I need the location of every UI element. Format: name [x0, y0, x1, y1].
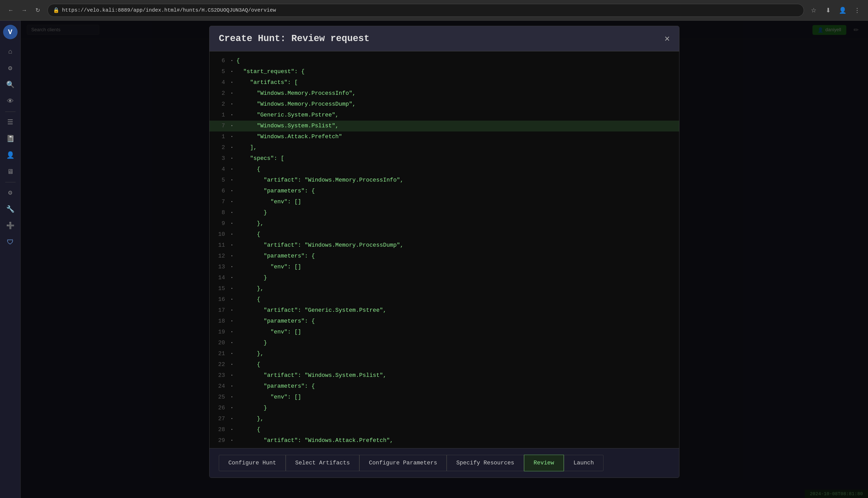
line-number: 25: [210, 392, 230, 403]
url-input[interactable]: [62, 7, 799, 13]
line-indicator: ·: [230, 110, 234, 121]
sidebar-item-server[interactable]: 🖥: [3, 165, 17, 179]
config-icon: ⚙: [8, 188, 12, 197]
forward-button[interactable]: →: [18, 5, 30, 16]
sidebar-divider-2: [5, 182, 15, 182]
sidebar-item-add[interactable]: ➕: [3, 219, 17, 233]
sidebar-item-home[interactable]: ⌂: [3, 44, 17, 59]
list-icon: ☰: [7, 118, 13, 126]
line-indicator: ·: [230, 359, 234, 370]
code-line: 2 · ],: [210, 142, 679, 153]
line-content: {: [234, 359, 679, 370]
line-number: 28: [210, 424, 230, 435]
app-wrapper: V ⌂ ⚙ 🔍 👁 ☰ 📓 👤 🖥 ⚙ 🔧: [0, 21, 868, 498]
code-line: 24 · "parameters": {: [210, 381, 679, 392]
line-number: 20: [210, 338, 230, 349]
line-indicator: ·: [230, 88, 234, 99]
logo-text: V: [8, 28, 12, 36]
wizard-step-specify-resources[interactable]: Specify Resources: [447, 455, 524, 471]
line-indicator: ·: [230, 121, 234, 131]
line-number: 21: [210, 349, 230, 359]
line-indicator: ·: [230, 283, 234, 294]
line-indicator: ·: [230, 370, 234, 381]
line-content: }: [234, 207, 679, 218]
browser-menu-icon[interactable]: ⋮: [852, 5, 863, 16]
refresh-button[interactable]: ↻: [32, 5, 43, 16]
line-content: {: [234, 424, 679, 435]
code-editor[interactable]: 6 · { 5 · "start_request": { 4 · "artifa…: [210, 51, 679, 448]
code-line: 6 · {: [210, 55, 679, 66]
line-number: 24: [210, 381, 230, 392]
line-content: }: [234, 403, 679, 414]
wizard-step-select-artifacts[interactable]: Select Artifacts: [286, 455, 359, 471]
line-content: "Windows.Memory.ProcessDump",: [234, 99, 679, 110]
code-line: 29 · "artifact": "Windows.Attack.Prefetc…: [210, 435, 679, 446]
line-content: },: [234, 218, 679, 229]
line-content: "parameters": {: [234, 381, 679, 392]
sidebar-item-list[interactable]: ☰: [3, 115, 17, 129]
modal-header: Create Hunt: Review request ×: [210, 26, 679, 51]
code-line: 6 · "parameters": {: [210, 186, 679, 197]
code-line: 28 · {: [210, 424, 679, 435]
code-line: 8 · }: [210, 207, 679, 218]
code-line: 5 · "artifact": "Windows.Memory.ProcessI…: [210, 175, 679, 186]
line-indicator: ·: [230, 207, 234, 218]
sidebar-item-monitor[interactable]: 👁: [3, 94, 17, 108]
wizard-step-configure-parameters[interactable]: Configure Parameters: [359, 455, 447, 471]
sidebar-item-notebook[interactable]: 📓: [3, 131, 17, 146]
code-line: 15 · },: [210, 283, 679, 294]
line-number: 14: [210, 273, 230, 283]
line-indicator: ·: [230, 197, 234, 207]
address-bar[interactable]: 🔒: [48, 4, 804, 17]
app-logo[interactable]: V: [3, 25, 17, 39]
line-indicator: ·: [230, 240, 234, 251]
wizard-step-configure-hunt[interactable]: Configure Hunt: [219, 455, 286, 471]
lock-icon: 🔒: [53, 7, 60, 13]
line-content: "env": []: [234, 197, 679, 207]
line-content: },: [234, 414, 679, 424]
code-line: 13 · "env": []: [210, 262, 679, 273]
line-number: 30: [210, 446, 230, 448]
line-indicator: ·: [230, 424, 234, 435]
sidebar-item-settings[interactable]: ⚙: [3, 61, 17, 76]
line-number: 10: [210, 229, 230, 240]
modal-close-button[interactable]: ×: [665, 34, 670, 43]
back-button[interactable]: ←: [5, 5, 16, 16]
sidebar-item-search[interactable]: 🔍: [3, 78, 17, 92]
wizard-step-launch[interactable]: Launch: [564, 455, 604, 471]
sidebar-item-user[interactable]: 👤: [3, 148, 17, 162]
line-number: 23: [210, 370, 230, 381]
line-number: 9: [210, 218, 230, 229]
line-number: 1: [210, 131, 230, 142]
line-indicator: ·: [230, 435, 234, 446]
line-number: 16: [210, 294, 230, 305]
download-icon[interactable]: ⬇: [823, 5, 834, 16]
line-number: 6: [210, 55, 230, 66]
line-content: "env": []: [234, 392, 679, 403]
line-number: 2: [210, 142, 230, 153]
sidebar-item-config[interactable]: ⚙: [3, 185, 17, 200]
sidebar-item-wrench[interactable]: 🔧: [3, 202, 17, 217]
sidebar-item-shield[interactable]: 🛡: [3, 235, 17, 250]
profile-icon[interactable]: 👤: [837, 5, 849, 16]
code-line: 30 · "parameters": {: [210, 446, 679, 448]
code-line: 5 · "start_request": {: [210, 66, 679, 77]
code-line: 14 · }: [210, 273, 679, 283]
line-number: 5: [210, 66, 230, 77]
line-number: 4: [210, 164, 230, 175]
line-indicator: ·: [230, 164, 234, 175]
wizard-step-review[interactable]: Review: [524, 455, 564, 471]
line-indicator: ·: [230, 55, 234, 66]
create-hunt-modal: Create Hunt: Review request × 6 · { 5 · …: [209, 26, 680, 478]
line-content: "artifact": "Windows.Memory.ProcessInfo"…: [234, 175, 679, 186]
code-line: 17 · "artifact": "Generic.System.Pstree"…: [210, 305, 679, 316]
line-content: ],: [234, 142, 679, 153]
line-content: "specs": [: [234, 153, 679, 164]
bookmark-icon[interactable]: ☆: [808, 5, 819, 16]
line-content: "parameters": {: [234, 186, 679, 197]
code-line: 9 · },: [210, 218, 679, 229]
line-content: "artifact": "Windows.Attack.Prefetch",: [234, 435, 679, 446]
line-content: {: [234, 229, 679, 240]
line-number: 11: [210, 240, 230, 251]
code-line: 23 · "artifact": "Windows.System.Pslist"…: [210, 370, 679, 381]
